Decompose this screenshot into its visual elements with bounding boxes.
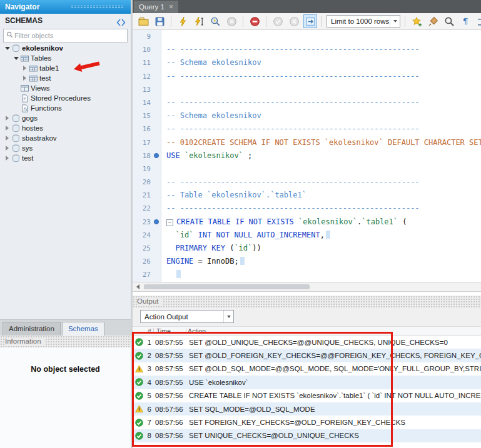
output-row-1[interactable]: 108:57:55SET @OLD_UNIQUE_CHECKS=@@UNIQUE… [133, 336, 481, 349]
code-segment: ENGINE [166, 257, 193, 266]
output-row-7[interactable]: 708:57:56SET FOREIGN_KEY_CHECKS=@OLD_FOR… [133, 416, 481, 429]
editor-line-15[interactable]: 15-- Schema ekolesnikov [133, 109, 481, 122]
tree-item-hostes[interactable]: hostes [0, 123, 131, 133]
output-row-4[interactable]: 408:57:55USE `ekolesnikov` [133, 376, 481, 389]
execute-current-statement-button[interactable] [192, 14, 206, 28]
success-icon [133, 419, 145, 427]
toolbar-separator [243, 16, 243, 27]
invisible-characters-button[interactable]: ¶ [458, 14, 472, 28]
editor-line-27[interactable]: 27 [133, 268, 481, 281]
tree-item-tables[interactable]: Tables [0, 53, 131, 63]
output-row-3[interactable]: 308:57:55SET @OLD_SQL_MODE=@@SQL_MODE, S… [133, 362, 481, 376]
limit-rows-select[interactable]: Limit to 1000 rows [327, 15, 400, 27]
editor-line-19[interactable]: 19 [133, 162, 481, 176]
output-row-2[interactable]: 208:57:55SET @OLD_FOREIGN_KEY_CHECKS=@@F… [133, 349, 481, 362]
editor-line-26[interactable]: 26ENGINE = InnoDB; [133, 255, 481, 268]
chevron-down-icon[interactable] [390, 16, 400, 27]
line-number: 24 [133, 229, 152, 242]
beautify-button[interactable] [426, 14, 440, 28]
toggle-autocommit-button[interactable] [303, 14, 317, 28]
navigator-title: Navigator [5, 2, 39, 11]
chevron-right-icon[interactable] [4, 146, 11, 151]
collapse-panel-icon[interactable] [116, 17, 126, 24]
code-segment: = InnoDB; [193, 257, 238, 266]
editor-line-13[interactable]: 13 [133, 83, 481, 96]
success-icon [133, 338, 145, 346]
chevron-down-icon[interactable] [4, 47, 11, 50]
output-row-8[interactable]: 808:57:56SET UNIQUE_CHECKS=@OLD_UNIQUE_C… [133, 429, 481, 442]
chevron-right-icon[interactable] [21, 66, 28, 71]
tree-item-table1[interactable]: table1 [0, 63, 131, 73]
editor-line-12[interactable]: 12-- -----------------------------------… [133, 70, 481, 83]
line-number-gutter: 23 [133, 216, 161, 229]
chevron-right-icon[interactable] [4, 126, 11, 131]
chevron-right-icon[interactable] [4, 116, 11, 121]
toggle-stop-on-error-button[interactable] [248, 14, 261, 28]
tree-item-ekolesnikov[interactable]: ekolesnikov [0, 43, 131, 53]
editor-line-23[interactable]: 23−CREATE TABLE IF NOT EXISTS `ekolesnik… [133, 216, 481, 229]
scroll-left-button[interactable] [134, 284, 142, 290]
chevron-down-icon[interactable] [223, 311, 233, 322]
editor-line-11[interactable]: 11-- Schema ekolesnikov [133, 56, 481, 69]
code-segment: ; [243, 151, 252, 160]
editor-line-16[interactable]: 16-- -----------------------------------… [133, 122, 481, 136]
rollback-button[interactable] [287, 14, 301, 28]
close-tab-icon[interactable]: × [169, 1, 173, 13]
fold-collapse-icon[interactable]: − [166, 219, 173, 226]
tree-item-sbastrakov[interactable]: sbastrakov [0, 133, 131, 143]
code-segment: INT NOT NULL AUTO_INCREMENT [198, 231, 320, 239]
filter-input[interactable] [13, 31, 124, 40]
output-row-5[interactable]: 508:57:56CREATE TABLE IF NOT EXISTS `eko… [133, 389, 481, 402]
execute-button[interactable] [176, 14, 190, 28]
scrollbar-thumb[interactable] [144, 284, 310, 289]
panel-grip-texture [71, 5, 124, 9]
save-script-button[interactable] [153, 14, 166, 28]
filter-box[interactable] [3, 29, 128, 42]
wrap-text-button[interactable] [475, 14, 481, 28]
chevron-right-icon[interactable] [21, 76, 28, 81]
tree-item-gogs[interactable]: gogs [0, 113, 131, 123]
row-index: 2 [145, 352, 151, 359]
editor-line-21[interactable]: 21-- Table `ekolesnikov`.`table1` [133, 189, 481, 202]
gutter-marker-area [152, 229, 161, 242]
tree-item-test[interactable]: test [0, 73, 131, 83]
chevron-down-icon[interactable] [13, 57, 19, 60]
sql-editor[interactable]: 910-- ----------------------------------… [133, 30, 481, 282]
stop-button[interactable] [225, 14, 238, 28]
row-time: 08:57:55 [155, 352, 189, 359]
tree-item-label: gogs [21, 114, 38, 122]
line-number-gutter: 22 [133, 202, 161, 215]
tree-item-functions[interactable]: fxFunctions [0, 103, 131, 113]
editor-line-22[interactable]: 22-- -----------------------------------… [133, 202, 481, 215]
editor-horizontal-scrollbar[interactable] [133, 282, 481, 292]
tree-item-sys[interactable]: sys [0, 143, 131, 153]
tab-schemas[interactable]: Schemas [62, 322, 104, 336]
editor-line-9[interactable]: 9 [133, 30, 481, 43]
editor-line-20[interactable]: 20-- -----------------------------------… [133, 176, 481, 189]
line-number-gutter: 15 [133, 109, 161, 122]
editor-line-24[interactable]: 24 `id` INT NOT NULL AUTO_INCREMENT, [133, 229, 481, 242]
tab-administration[interactable]: Administration [3, 322, 61, 336]
tree-item-views[interactable]: Views [0, 83, 131, 93]
editor-line-14[interactable]: 14-- -----------------------------------… [133, 96, 481, 109]
output-grid-header: # Time Action [133, 326, 481, 336]
tab-query-1[interactable]: Query 1 × [134, 1, 178, 13]
open-sql-script-button[interactable] [136, 14, 150, 28]
editor-line-25[interactable]: 25 PRIMARY KEY (`id`)) [133, 242, 481, 255]
editor-line-18[interactable]: 18USE `ekolesnikov` ; [133, 149, 481, 162]
explain-button[interactable] [208, 14, 222, 28]
save-snippet-button[interactable] [410, 14, 423, 28]
tree-item-label: hostes [21, 124, 43, 132]
output-row-6[interactable]: 608:57:56SET SQL_MODE=@OLD_SQL_MODE [133, 402, 481, 416]
commit-button[interactable] [271, 14, 285, 28]
chevron-right-icon[interactable] [4, 136, 11, 141]
find-button[interactable] [442, 14, 456, 28]
editor-line-10[interactable]: 10-- -----------------------------------… [133, 43, 481, 56]
tree-item-stored-procedures[interactable]: Stored Procedures [0, 93, 131, 103]
tree-item-test[interactable]: test [0, 153, 131, 163]
chevron-right-icon[interactable] [4, 156, 11, 161]
gutter-marker-area [152, 122, 161, 136]
output-view-select[interactable]: Action Output [140, 310, 234, 323]
editor-line-17[interactable]: 17-- 0102CREATE SCHEMA IF NOT EXISTS `ek… [133, 136, 481, 149]
toolbar-separator [405, 16, 405, 27]
